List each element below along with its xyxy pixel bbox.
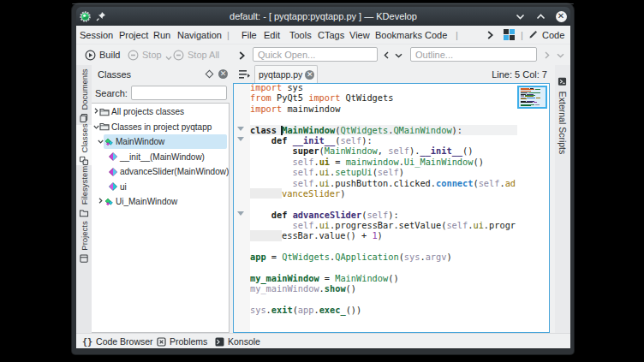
code-line-9: self.ui.setupUi(self) [250, 167, 517, 177]
close-button[interactable]: ✕ [555, 10, 567, 22]
code-token-p: QtWidgets [340, 92, 393, 103]
tree-expander-open-icon[interactable] [93, 123, 99, 131]
code-token-kw: from [250, 92, 271, 103]
editor-column: pyqtapp.py ✕ Line: 5 Col: 7 import sysfr… [233, 65, 550, 333]
stop-dropdown-chevron-icon[interactable] [165, 56, 172, 61]
nav-back-chevron-icon[interactable] [384, 51, 389, 59]
fold-arrow-icon[interactable] [237, 211, 244, 216]
code-line-17: app = QtWidgets.QApplication(sys.argv) [250, 252, 517, 262]
titlebar[interactable]: default: - [ pyqtapp:pyqtapp.py ] — KDev… [76, 7, 570, 26]
code-token-fu: exit [271, 305, 293, 315]
tab-close-icon[interactable]: ✕ [305, 70, 314, 80]
quick-open-input[interactable]: Quick Open... [253, 47, 378, 62]
code-token-mr: ad [505, 178, 516, 188]
outline-input[interactable]: Outline... [410, 47, 537, 62]
pin-icon[interactable] [96, 11, 106, 21]
fold-arrow-icon[interactable] [237, 127, 244, 131]
tree-item-all-projects-classes[interactable]: All projects classes [92, 104, 228, 119]
dock-tab-filesystem[interactable]: Filesystem [80, 166, 89, 217]
menu-navigation[interactable]: Navigation [177, 26, 222, 44]
statusbar-code-browser[interactable]: {}Code Browser [82, 334, 153, 349]
menu-view[interactable]: View [349, 26, 370, 44]
code-token-fu: show [325, 283, 346, 294]
code-line-5: class MainWindow(QtWidgets.QMainWindow): [250, 125, 517, 135]
classes-panel-title: Classes [98, 69, 131, 80]
code-line-19: my_mainWindow = MainWindow() [250, 273, 517, 283]
tab-pyqtapp[interactable]: pyqtapp.py ✕ [254, 65, 318, 83]
area-switcher-grid-icon[interactable] [504, 29, 515, 40]
dock-tab-external-scripts[interactable]: External Scripts [558, 77, 568, 155]
code-token-ag: self [388, 145, 409, 156]
menu-edit[interactable]: Edit [264, 26, 280, 44]
code-token-p: mainwindow [282, 104, 340, 114]
tree-item-ui_mainwindow[interactable]: Ui_MainWindow [92, 194, 228, 209]
field-icon [108, 181, 118, 192]
kdevelop-window: default: - [ pyqtapp:pyqtapp.py ] — KDev… [72, 3, 574, 354]
code-line-6: def __init__(self): [250, 135, 517, 145]
toolbar: Build Stop Stop All Quick Open... Outlin… [76, 44, 570, 65]
code-token-fd: __init__ [293, 135, 336, 145]
build-button[interactable]: Build [85, 45, 120, 65]
dock-tab-projects[interactable]: Projects [80, 221, 89, 263]
tree-item-label: advanceSlider(MainWindow) [120, 167, 229, 176]
outline-dropdown-chevron-icon[interactable] [557, 53, 564, 58]
tree-item-label: __init__(MainWindow) [120, 152, 205, 162]
menu-ctags[interactable]: CTags [318, 26, 344, 44]
dock-tab-documents[interactable]: Documents [80, 68, 89, 122]
detach-panel-icon[interactable] [206, 70, 214, 79]
nav-dropdown-chevron-icon[interactable] [395, 53, 402, 58]
dock-tab-classes[interactable]: Classes [80, 124, 89, 166]
code-token-p: ) [340, 188, 345, 199]
tree-expander-closed-icon[interactable] [93, 108, 99, 116]
minimap-segment [521, 91, 531, 92]
stop-all-button[interactable]: Stop All [173, 45, 219, 65]
menu-tools[interactable]: Tools [289, 26, 312, 44]
code-token-mr: vanceSlider [282, 188, 340, 199]
code-line-2: from PyQt5 import QtWidgets [250, 92, 517, 103]
statusbar-problems[interactable]: Problems [157, 334, 207, 349]
dock-tab-label: Projects [80, 221, 89, 250]
classes-search-input[interactable] [131, 86, 227, 100]
toolbar-overflow-chevron[interactable] [239, 51, 245, 60]
menu-project[interactable]: Project [119, 26, 148, 44]
code-token-ty: QMainWindow [393, 125, 451, 135]
code-token-cd: my_mainWindow [250, 273, 319, 283]
close-panel-icon[interactable]: ✕ [218, 69, 228, 79]
editor-scrollbar[interactable] [517, 84, 549, 332]
code-token-ty: QtWidgets [282, 252, 330, 262]
code-token-ag: self [378, 167, 399, 177]
menu-file[interactable]: File [242, 26, 257, 44]
tree-expander-open-icon[interactable] [98, 138, 104, 145]
editor-viewport[interactable]: import sysfrom PyQt5 import QtWidgetsimp… [233, 83, 550, 333]
code-area[interactable]: import sysfrom PyQt5 import QtWidgetsimp… [250, 84, 517, 332]
tree-item-advanceslider-mainwindow-[interactable]: advanceSlider(MainWindow) [92, 164, 228, 179]
tree-item-ui[interactable]: ui [92, 180, 228, 194]
code-token-bi: connect [436, 178, 473, 188]
minimize-button[interactable] [514, 10, 526, 22]
code-token-ag: sys [404, 252, 420, 262]
statusbar-konsole[interactable]: Konsole [215, 334, 260, 349]
menu-code[interactable]: Code [425, 26, 447, 44]
tree-expander-closed-icon[interactable] [98, 198, 104, 205]
stop-button[interactable]: Stop [128, 45, 172, 65]
tree-item-label: ui [120, 182, 127, 192]
tree-item-__init__-mainwindow-[interactable]: __init__(MainWindow) [92, 150, 228, 164]
code-token-ty: QApplication [335, 252, 398, 262]
document-list-icon[interactable] [238, 69, 250, 80]
menu-run[interactable]: Run [153, 26, 170, 44]
menu-session[interactable]: Session [80, 26, 113, 44]
code-area-button[interactable]: Code [528, 26, 564, 44]
maximize-button[interactable] [534, 10, 546, 22]
code-token-ag: self [293, 157, 314, 167]
scrollbar-minimap[interactable] [517, 86, 547, 109]
stop-all-label: Stop All [188, 50, 219, 60]
tree-item-classes-in-project-pyqtapp[interactable]: Classes in project pyqtapp [92, 120, 228, 134]
code-token-mb: ui [319, 178, 330, 188]
menubar-overflow-chevron[interactable] [487, 26, 493, 44]
fold-arrow-icon[interactable] [237, 137, 244, 141]
tree-item-mainwindow[interactable]: MainWindow [92, 134, 228, 149]
build-label: Build [99, 50, 120, 60]
menu-bookmarks[interactable]: Bookmarks [375, 26, 422, 44]
dock-tab-label: Classes [80, 124, 89, 153]
outline-fwd-chevron-icon[interactable] [545, 51, 550, 59]
